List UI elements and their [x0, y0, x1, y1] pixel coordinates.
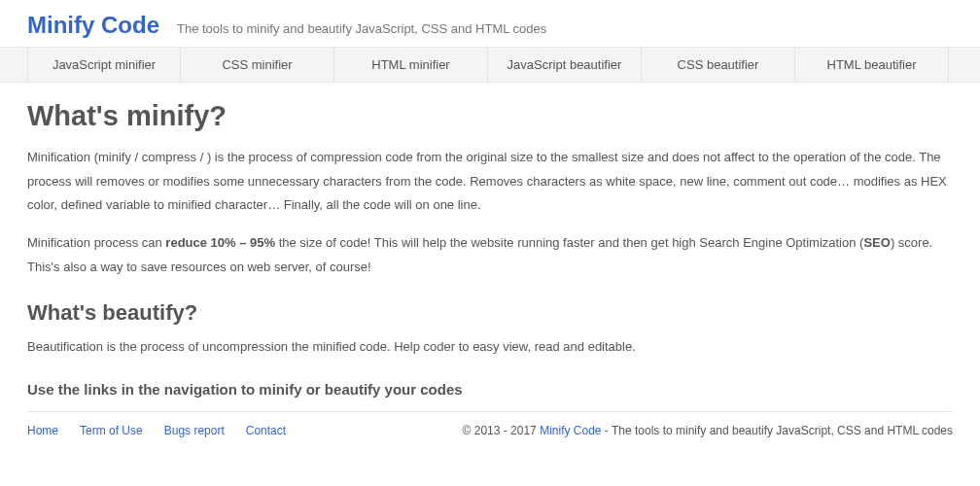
text-fragment: the size of code! This will help the web…: [275, 235, 863, 250]
main-nav: JavaScript minifier CSS minifier HTML mi…: [0, 47, 980, 83]
footer-links: Home Term of Use Bugs report Contact: [27, 424, 286, 437]
paragraph-minify-stats: Minification process can reduce 10% – 95…: [27, 231, 953, 279]
copyright-suffix: - The tools to minify and beautify JavaS…: [602, 424, 954, 437]
footer-link-terms[interactable]: Term of Use: [80, 424, 143, 437]
nav-item-js-minifier[interactable]: JavaScript minifier: [27, 48, 181, 82]
paragraph-beautify-desc: Beautification is the process of uncompr…: [27, 335, 953, 360]
site-title-link[interactable]: Minify Code: [27, 12, 159, 39]
nav-item-html-minifier[interactable]: HTML minifier: [334, 48, 488, 82]
nav-item-js-beautifier[interactable]: JavaScript beautifier: [488, 48, 642, 82]
footer-copyright: © 2013 - 2017 Minify Code - The tools to…: [463, 424, 953, 437]
heading-cta: Use the links in the navigation to minif…: [27, 381, 953, 398]
tagline: The tools to minify and beautify JavaScr…: [177, 21, 546, 36]
header: Minify Code The tools to minify and beau…: [0, 0, 980, 47]
text-fragment: Minification process can: [27, 235, 165, 250]
heading-beautify: What's beautify?: [27, 300, 953, 326]
strong-seo: SEO: [863, 235, 890, 250]
footer-link-contact[interactable]: Contact: [246, 424, 286, 437]
nav-item-css-minifier[interactable]: CSS minifier: [181, 48, 334, 82]
nav-item-css-beautifier[interactable]: CSS beautifier: [642, 48, 795, 82]
main-content: What's minify? Minification (minify / co…: [0, 83, 980, 398]
footer-link-bugs[interactable]: Bugs report: [164, 424, 225, 437]
strong-reduce: reduce 10% – 95%: [165, 235, 275, 250]
paragraph-minify-desc: Minification (minify / compress / ) is t…: [27, 146, 953, 218]
heading-minify: What's minify?: [27, 100, 953, 132]
nav-item-html-beautifier[interactable]: HTML beautifier: [795, 48, 949, 82]
footer-brand-link[interactable]: Minify Code: [540, 424, 601, 437]
footer-link-home[interactable]: Home: [27, 424, 58, 437]
footer: Home Term of Use Bugs report Contact © 2…: [27, 411, 953, 457]
copyright-text: © 2013 - 2017: [463, 424, 541, 437]
